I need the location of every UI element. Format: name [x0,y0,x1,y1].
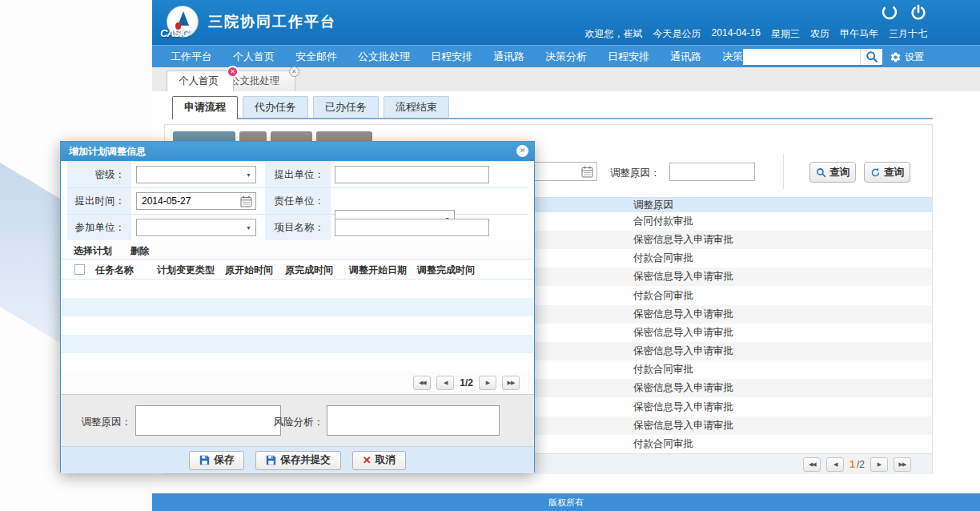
pager-total-pages: /2 [857,459,865,470]
calendar-icon[interactable] [581,166,593,178]
chevron-down-icon [246,172,251,178]
filter-reason-label: 调整原因： [610,167,661,180]
adjust-reason-label: 调整原因： [75,416,131,429]
save-button[interactable]: 保存 [189,451,244,470]
propose-unit-label: 提出单位： [265,162,331,187]
calendar-icon[interactable] [240,195,252,207]
cancel-button-label: 取消 [376,453,396,467]
delete-link[interactable]: 删除 [130,245,149,256]
weekday: 星期三 [771,27,800,41]
dialog-close-icon[interactable] [516,145,528,157]
secret-level-label: 密级： [67,162,131,187]
copyright-footer: 版权所有 [152,493,980,511]
search-icon [816,167,826,178]
cancel-button[interactable]: 取消 [352,451,406,470]
secret-level-select[interactable] [136,166,256,183]
col-orig-finish: 原完成时间 [285,264,333,277]
nav-item-personal-home[interactable]: 个人首页 [223,46,285,67]
nav-item-secure-mail[interactable]: 安全邮件 [285,46,347,67]
select-all-checkbox[interactable] [74,264,85,275]
pager-last-button[interactable] [894,457,911,472]
pager-next-button[interactable] [479,376,496,390]
page-title: 三院协同工作平台 [208,12,336,31]
plan-grid-empty-row [61,316,534,335]
settings-button[interactable]: 设置 [890,50,924,64]
nav-item-schedule[interactable]: 日程安排 [420,46,483,67]
tab-personal-home[interactable]: 个人首页 [167,70,234,91]
welcome-bar: 欢迎您，崔斌 今天是公历 2014-04-16 星期三 农历 甲午马年 三月十七 [585,27,927,41]
cancel-x-icon [363,454,372,466]
tab-close-icon-gray[interactable] [289,66,299,77]
nav-item-work-platform[interactable]: 工作平台 [160,46,223,67]
today-date: 2014-04-16 [712,27,761,41]
tab-strip: 个人首页 公文批处理 [152,67,980,91]
process-subtabs: 申请流程 代办任务 已办任务 流程结束 [172,96,454,119]
tab-close-icon[interactable] [227,66,239,78]
save-submit-button[interactable]: 保存并提交 [255,451,341,470]
pager-last-button[interactable] [502,376,520,390]
decor-left-ribbon [0,163,64,345]
refresh-icon [870,167,881,178]
pager-prev-button[interactable] [826,457,844,472]
col-orig-start: 原开始时间 [225,264,273,277]
add-plan-adjust-dialog: 增加计划调整信息 密级： 提出单位： 提出时间： [60,141,535,473]
nav-search-group [743,49,882,65]
today-label: 今天是公历 [653,27,701,41]
project-name-label: 项目名称： [265,215,331,240]
risk-analysis-textarea[interactable] [327,405,500,436]
nav-item-document-batch[interactable]: 公文批处理 [347,46,420,67]
nav-item-schedule-2[interactable]: 日程安排 [597,46,660,67]
save-icon [199,455,210,465]
join-unit-select[interactable] [136,219,256,236]
subtab-apply-process[interactable]: 申请流程 [172,96,238,119]
filter-reason-input[interactable] [669,163,755,181]
plan-grid-toolbar: 选择计划 删除 [61,240,534,260]
header-action-icons [881,3,927,21]
subtab-process-finished[interactable]: 流程结束 [384,96,449,118]
col-task-name: 任务名称 [95,264,134,277]
gear-icon [890,51,902,63]
save-submit-button-label: 保存并提交 [280,453,331,467]
select-plan-link[interactable]: 选择计划 [74,245,112,256]
search-button[interactable] [860,49,882,65]
propose-time-input[interactable] [137,193,231,209]
col-adjust-start: 调整开始日期 [349,264,407,277]
pager-next-button[interactable] [870,457,888,472]
pager-first-button[interactable] [413,376,431,390]
plan-grid-empty-row [61,335,534,353]
nav-item-contacts[interactable]: 通讯路 [483,46,535,67]
pager-first-button[interactable] [803,457,821,472]
subtab-underline [172,118,933,119]
form-row: 参加单位： 项目名称： [67,215,528,241]
propose-unit-input[interactable] [335,166,489,183]
join-unit-label: 参加单位： [67,215,131,240]
search-input[interactable] [743,49,860,65]
refresh-icon[interactable] [881,3,898,21]
save-icon [266,455,276,465]
nav-item-contacts-2[interactable]: 通讯路 [660,46,712,67]
adjust-reason-textarea[interactable] [135,405,281,436]
nav-right-tools: 设置 [743,49,924,65]
nav-item-decision-analysis[interactable]: 决策分析 [535,46,597,67]
query-refresh-button[interactable]: 查询 [864,162,910,183]
query-button[interactable]: 查询 [809,162,856,183]
plan-grid-empty-row [61,280,534,298]
subtab-todo-tasks[interactable]: 代办任务 [243,96,308,118]
pager-page-indicator: 1/2 [460,377,473,388]
project-name-input[interactable] [335,219,489,236]
subtab-done-tasks[interactable]: 已办任务 [313,96,379,118]
lunar-year: 甲午马年 [840,27,878,41]
dialog-remark-section: 调整原因： 风险分析： [61,394,534,446]
form-row: 提出时间： 责任单位： [67,188,528,215]
lunar-label: 农历 [810,27,829,41]
query-refresh-button-label: 查询 [884,166,904,179]
plan-grid-empty-row [61,298,534,316]
tab-document-batch-label: 公文批处理 [230,75,280,87]
pager-prev-button[interactable] [436,376,454,390]
casic-logo: CASIC [162,6,203,39]
top-header: CASIC 三院协同工作平台 欢迎您，崔斌 今天是公历 2014-04-16 星… [152,0,980,45]
settings-label: 设置 [905,50,924,64]
dialog-titlebar: 增加计划调整信息 [61,142,534,161]
lunar-day: 三月十七 [889,27,927,41]
power-icon[interactable] [910,3,927,21]
